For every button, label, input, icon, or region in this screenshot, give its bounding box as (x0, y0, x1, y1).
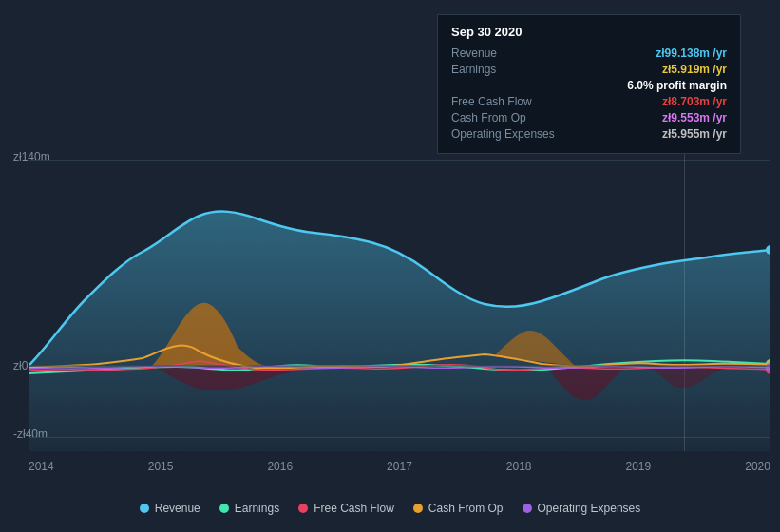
tooltip-margin-value: 6.0% profit margin (627, 79, 727, 92)
x-label-2015: 2015 (148, 460, 174, 473)
tooltip-fcf-value: zł8.703m /yr (662, 95, 727, 108)
tooltip-earnings-row: Earnings zł5.919m /yr (451, 63, 727, 76)
tooltip-revenue-value: zł99.138m /yr (656, 47, 727, 60)
tooltip-fcf-row: Free Cash Flow zł8.703m /yr (451, 95, 727, 108)
legend-dot-revenue (140, 504, 149, 513)
x-axis: 2014 2015 2016 2017 2018 2019 2020 (29, 460, 770, 473)
chart-legend: Revenue Earnings Free Cash Flow Cash Fro… (0, 502, 780, 515)
tooltip-opex-label: Operating Expenses (451, 127, 565, 141)
x-label-2014: 2014 (29, 460, 54, 473)
tooltip-date: Sep 30 2020 (451, 25, 727, 39)
x-label-2016: 2016 (267, 460, 293, 473)
legend-label-fcf: Free Cash Flow (314, 502, 394, 515)
legend-earnings[interactable]: Earnings (219, 502, 279, 515)
legend-dot-earnings (219, 504, 229, 513)
chart-svg (29, 147, 770, 451)
legend-label-opex: Operating Expenses (538, 502, 641, 515)
legend-cfo[interactable]: Cash From Op (413, 502, 504, 515)
tooltip-cfo-label: Cash From Op (451, 111, 565, 124)
tooltip-opex-row: Operating Expenses zł5.955m /yr (451, 127, 727, 141)
legend-label-earnings: Earnings (235, 502, 279, 515)
tooltip-cfo-value: zł9.553m /yr (662, 111, 727, 124)
tooltip-revenue-label: Revenue (451, 47, 565, 60)
tooltip-margin-row: 6.0% profit margin (451, 79, 727, 92)
chart-container: Sep 30 2020 Revenue zł99.138m /yr Earnin… (0, 0, 780, 532)
y-label-zero: zł0 (13, 359, 28, 372)
legend-label-cfo: Cash From Op (428, 502, 504, 515)
legend-opex[interactable]: Operating Expenses (523, 502, 641, 515)
x-label-2017: 2017 (387, 460, 412, 473)
legend-dot-cfo (413, 504, 423, 513)
tooltip-earnings-value: zł5.919m /yr (662, 63, 727, 76)
legend-fcf[interactable]: Free Cash Flow (298, 502, 394, 515)
x-label-2020: 2020 (745, 460, 770, 473)
tooltip-revenue-row: Revenue zł99.138m /yr (451, 47, 727, 60)
legend-dot-fcf (298, 504, 308, 513)
tooltip-box: Sep 30 2020 Revenue zł99.138m /yr Earnin… (437, 14, 741, 154)
x-label-2019: 2019 (626, 460, 652, 473)
legend-dot-opex (523, 504, 532, 513)
tooltip-fcf-label: Free Cash Flow (451, 95, 565, 108)
tooltip-opex-value: zł5.955m /yr (662, 127, 727, 141)
tooltip-earnings-label: Earnings (451, 63, 565, 76)
x-label-2018: 2018 (506, 460, 532, 473)
tooltip-cfo-row: Cash From Op zł9.553m /yr (451, 111, 727, 124)
legend-label-revenue: Revenue (155, 502, 200, 515)
legend-revenue[interactable]: Revenue (140, 502, 200, 515)
